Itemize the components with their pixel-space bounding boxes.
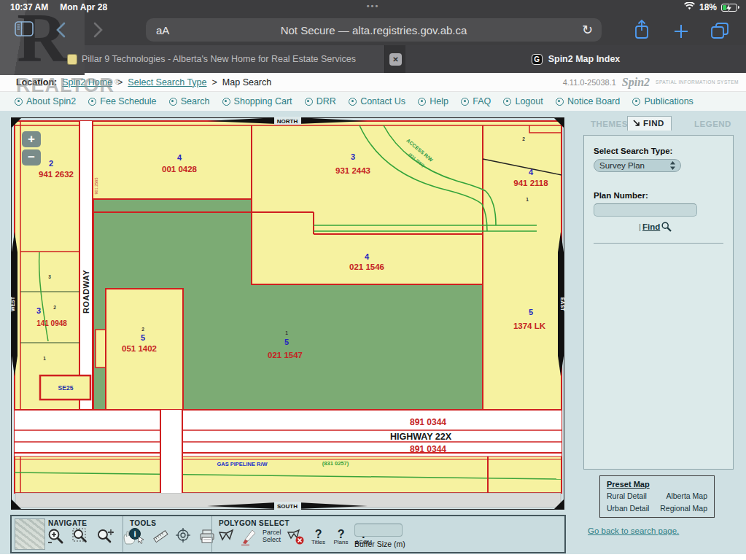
- menu-item-contact-us[interactable]: Contact Us: [349, 96, 405, 106]
- close-tab-icon[interactable]: ✕: [389, 53, 402, 66]
- parcel-plan-label: 941 2632: [39, 170, 74, 179]
- search-type-label: Select Search Type:: [594, 147, 723, 155]
- find-button[interactable]: Find: [642, 222, 660, 231]
- version-number: 4.11.0-25038.1: [563, 78, 616, 87]
- tab-bar: Pillar 9 Technologies - Alberta's New Ho…: [0, 45, 746, 73]
- sub-lot-label: 2: [522, 136, 525, 141]
- sub-lot-label: 3: [48, 274, 51, 279]
- menu-item-about[interactable]: About Spin2: [15, 96, 76, 106]
- back-button-icon[interactable]: [55, 22, 66, 41]
- side-panel: THEMES FIND LEGEND Select Search Type: S…: [575, 111, 746, 560]
- buffer-size-input[interactable]: [354, 524, 403, 537]
- tab-find[interactable]: FIND: [627, 116, 672, 131]
- reader-mode-button[interactable]: aA: [156, 24, 169, 36]
- address-bar[interactable]: aA Not Secure — alta.registries.gov.ab.c…: [146, 18, 602, 42]
- sub-lot-label: 1: [43, 356, 46, 361]
- forward-button-icon[interactable]: [93, 22, 104, 41]
- bullet-icon: [418, 98, 426, 106]
- battery-icon: [721, 4, 737, 12]
- bullet-icon: [632, 98, 640, 106]
- print-tool-icon[interactable]: [198, 527, 217, 546]
- highway-plan-label: 891 0344: [410, 444, 446, 454]
- map-zoom-in-button[interactable]: +: [22, 131, 41, 147]
- roadway-plan-label: 901 2565: [94, 178, 98, 195]
- parcel-map[interactable]: NORTH SOUTH WEST EAST 2 941 2632 901 256…: [10, 117, 565, 510]
- breadcrumb-current: Map Search: [222, 77, 271, 88]
- tab-legend[interactable]: LEGEND: [694, 120, 731, 128]
- url-text: Not Secure — alta.registries.gov.ab.ca: [146, 24, 602, 36]
- parcel-lot-label: 4: [177, 153, 182, 162]
- reload-icon[interactable]: ↻: [582, 23, 593, 36]
- menu-item-logout[interactable]: Logout: [503, 96, 543, 106]
- polygon-draw-tool-icon[interactable]: [217, 527, 236, 546]
- find-form: Select Search Type: Survey Plan Plan Num…: [583, 135, 734, 470]
- menu-item-notice-board[interactable]: Notice Board: [556, 96, 620, 106]
- preset-regional-map[interactable]: Regional Map: [660, 504, 707, 513]
- map-south-label: SOUTH: [277, 503, 298, 510]
- breadcrumb-link-search-type[interactable]: Select Search Type: [128, 77, 206, 88]
- zoom-box-tool-icon[interactable]: [71, 527, 90, 546]
- menu-item-faq[interactable]: FAQ: [461, 96, 491, 106]
- parcel-plan-label: 941 2118: [513, 179, 548, 187]
- map-west-label: WEST: [10, 296, 15, 311]
- preset-urban-detail[interactable]: Urban Detail: [607, 504, 660, 513]
- tab-themes[interactable]: THEMES: [591, 120, 628, 128]
- menu-item-drr[interactable]: DRR: [305, 96, 336, 106]
- menu-item-shopping-cart[interactable]: Shopping Cart: [222, 96, 292, 106]
- preset-alberta-map[interactable]: Alberta Map: [660, 491, 707, 500]
- pan-zoom-tool-icon[interactable]: [96, 527, 115, 546]
- measure-tool-icon[interactable]: [152, 527, 171, 546]
- center-target-tool-icon[interactable]: [175, 527, 194, 546]
- clear-polygon-tool-icon[interactable]: [287, 527, 306, 546]
- spin2-logo: Spin2: [622, 76, 650, 89]
- bullet-icon: [461, 98, 469, 106]
- sub-lot-label: 1: [526, 197, 529, 202]
- sub-lot-label: 1: [285, 330, 288, 335]
- menu-item-publications[interactable]: Publications: [632, 96, 693, 106]
- preset-rural-detail[interactable]: Rural Detail: [607, 491, 660, 500]
- bullet-icon: [88, 98, 96, 106]
- wifi-icon: [684, 2, 695, 12]
- map-east-label: EAST: [560, 298, 565, 311]
- overview-map-thumbnail[interactable]: [15, 518, 45, 550]
- parcel-select-marker-icon[interactable]: [240, 527, 259, 546]
- plan-number-label: Plan Number:: [594, 191, 723, 200]
- parcel-lot-label: 3: [351, 152, 355, 161]
- browser-chrome: 10:37 AM Mon Apr 28 ••• 18%: [0, 0, 746, 73]
- parcel-plan-label: 051 1402: [122, 344, 157, 353]
- parcel-lot-label: 5: [529, 308, 533, 316]
- zoom-in-tool-icon[interactable]: [47, 527, 66, 546]
- parcel-select-label: Parcel Select: [263, 529, 281, 544]
- menu-item-help[interactable]: Help: [418, 96, 448, 106]
- identify-tool-icon[interactable]: i: [128, 527, 147, 546]
- query-plans-button[interactable]: ? Plans: [332, 529, 351, 545]
- tab-pillar9[interactable]: Pillar 9 Technologies - Alberta's New Ho…: [39, 45, 385, 73]
- parcel-lot-label: 4: [529, 168, 534, 176]
- parcel-plan-label: 931 2443: [335, 166, 370, 175]
- menu-item-fee-schedule[interactable]: Fee Schedule: [88, 96, 156, 106]
- map-viewport[interactable]: NORTH SOUTH WEST EAST 2 941 2632 901 256…: [10, 117, 565, 510]
- highway-name-label: HIGHWAY 22X: [390, 432, 452, 442]
- bullet-icon: [349, 98, 357, 106]
- plan-number-input[interactable]: [594, 203, 697, 217]
- search-type-select[interactable]: Survey Plan: [594, 159, 681, 172]
- battery-percent: 18%: [699, 2, 717, 12]
- preset-map-title: Preset Map: [607, 480, 707, 489]
- menu-item-search[interactable]: Search: [169, 96, 210, 106]
- page-bottom-strip: [0, 554, 746, 560]
- parcel-plan-label: 001 0428: [162, 165, 198, 174]
- status-bar: 10:37 AM Mon Apr 28 ••• 18%: [0, 0, 746, 15]
- bullet-icon: [222, 98, 230, 106]
- tab-favicon-g: G: [532, 54, 543, 65]
- find-magnifier-icon[interactable]: [661, 222, 672, 232]
- tab-overview-icon[interactable]: [710, 22, 729, 42]
- map-zoom-out-button[interactable]: −: [22, 149, 41, 166]
- query-titles-button[interactable]: ? Titles: [309, 529, 328, 545]
- parcel-lot-label: 3: [36, 306, 41, 315]
- go-back-link[interactable]: Go back to search page.: [588, 526, 679, 535]
- sidebar-toggle-icon[interactable]: [15, 21, 34, 39]
- breadcrumb-link-home[interactable]: Spin2 Home: [62, 77, 112, 88]
- share-icon[interactable]: [633, 19, 650, 43]
- new-tab-icon[interactable]: [674, 24, 688, 42]
- tab-spin2-map-index[interactable]: G Spin2 Map Index: [405, 45, 746, 73]
